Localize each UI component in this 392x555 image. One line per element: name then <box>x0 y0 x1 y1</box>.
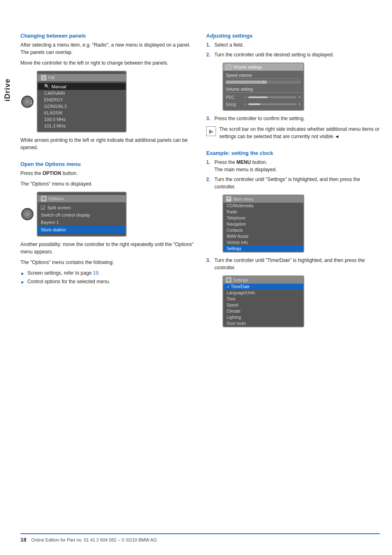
scroll-indicator-text: The scroll bar on the right side indicat… <box>219 125 380 140</box>
options-bullets: ► Screen settings, refer to page 19. ► C… <box>20 269 194 285</box>
arrow-indicator-fm: ↓ <box>29 97 33 106</box>
menu-bmw-assist: BMW Assist <box>223 233 303 239</box>
clock-step-1: 1. Press the MENU button.The main menu i… <box>206 159 380 173</box>
controller-knob-options <box>21 208 33 220</box>
vol-pdc-row: PDC − + <box>226 94 301 100</box>
settings-language: Language/Units <box>223 290 303 296</box>
options-row-split: ✓ Split screen <box>38 204 126 211</box>
para-changing-1: After selecting a menu item, e.g. "Radio… <box>20 41 194 56</box>
options-screen: ⚙ Options ✓ Split screen Switch off cont… <box>37 192 127 237</box>
pdc-minus: − <box>244 94 247 100</box>
settings-climate: Climate <box>223 308 303 314</box>
step-num-2: 2. <box>206 51 212 58</box>
fm-screen-wrapper: ↓ ♪ FM 🔍 Manual CARIVARI ENERGY GONG96.3… <box>37 71 194 132</box>
clock-step-num-1: 1. <box>206 159 212 173</box>
options-screen-header: ⚙ Options <box>38 195 126 202</box>
settings-title: Settings <box>233 278 248 282</box>
menu-bold: MENU <box>236 159 251 165</box>
menu-navigation: Navigation <box>223 221 303 227</box>
fm-row-carivari: CARIVARI <box>38 90 126 96</box>
settings-doorlocks: Door locks <box>223 320 303 327</box>
section-heading-changing: Changing between panels <box>20 33 194 39</box>
clock-step-num-3: 3. <box>206 257 212 271</box>
adjust-step-1: 1. Select a field. <box>206 41 380 49</box>
options-row-switch: Switch off control display <box>38 211 126 219</box>
bullet-screen-settings: ► Screen settings, refer to page 19. <box>20 269 194 277</box>
settings-timedate: ✓ Time/Date <box>223 284 303 290</box>
vol-gong-row: Gong − + <box>226 101 301 107</box>
options-icon: ⚙ <box>41 196 47 201</box>
section-changing-panels: Changing between panels After selecting … <box>20 33 194 151</box>
bullet-arrow-1: ► <box>20 270 25 277</box>
left-column: Changing between panels After selecting … <box>20 33 194 331</box>
clock-step-3: 3. Turn the controller until "Time/Date"… <box>206 257 380 271</box>
pdc-bar <box>248 96 296 98</box>
step-text-1: Select a field. <box>214 41 244 49</box>
settings-icon: ⚙ <box>226 277 232 283</box>
options-screen-wrapper: ⚙ Options ✓ Split screen Switch off cont… <box>37 192 194 237</box>
clock-step-text-3: Turn the controller until "Time/Date" is… <box>214 257 380 271</box>
menu-cd: CD/Multimedia <box>223 203 303 209</box>
gong-plus: + <box>298 101 301 107</box>
search-icon-fm: 🔍 <box>44 84 50 89</box>
footer-text: Online Edition for Part no. 01 41 2 604 … <box>31 537 157 542</box>
fm-row-manual: 🔍 Manual <box>38 83 126 90</box>
menu-contacts: Contacts <box>223 227 303 233</box>
settings-tone: Tone <box>223 296 303 302</box>
clock-step-num-2: 2. <box>206 176 212 190</box>
vol-setting-label: Volume setting: <box>226 86 301 93</box>
para-options-2: The "Options" menu is displayed. <box>20 180 194 188</box>
fm-screen-header: ♪ FM <box>38 74 126 81</box>
scroll-box-icon: ▶ <box>206 126 216 136</box>
bullet-text-2: Control options for the selected menu. <box>27 278 110 285</box>
section-heading-clock: Example: setting the clock <box>206 150 380 156</box>
option-bold: OPTION <box>42 170 61 176</box>
menu-vehicle-info: Vehicle Info <box>223 239 303 246</box>
scroll-indicator: ▶ The scroll bar on the right side indic… <box>206 125 380 140</box>
gong-bar <box>248 103 296 105</box>
bullet-text-1: Screen settings, refer to page 19. <box>27 269 100 277</box>
fm-icon: ♪ <box>41 75 47 81</box>
settings-lighting: Lighting <box>223 314 303 320</box>
sidebar-text: iDrive <box>3 78 12 101</box>
page-link-19[interactable]: 19 <box>93 270 98 276</box>
para-options-1: Press the OPTION button. <box>20 170 194 177</box>
speed-vol-bar <box>226 81 301 84</box>
option-suffix: button. <box>62 170 78 176</box>
clock-step-text-1: Press the MENU button.The main menu is d… <box>214 159 277 173</box>
caption-panels: White arrows pointing to the left or rig… <box>20 137 194 151</box>
step-num-1: 1. <box>206 41 212 49</box>
fm-row-100: 100.0 MHz <box>38 116 126 123</box>
pdc-plus: + <box>298 94 301 100</box>
clock-step-text-2: Turn the controller until "Settings" is … <box>214 176 380 190</box>
adjust-step-2: 2. Turn the controller until the desired… <box>206 51 380 58</box>
options-header-text: Options <box>48 196 64 201</box>
sidebar-label: iDrive <box>0 49 15 131</box>
vol-speed-title: Speed volume <box>226 72 301 79</box>
menu-settings: Settings <box>223 246 303 252</box>
section-adjusting: Adjusting settings 1. Select a field. 2.… <box>206 33 380 140</box>
vol-icon: ♪ <box>226 64 232 70</box>
step-text-3: Press the controller to confirm the sett… <box>214 115 305 122</box>
page-footer: 18 Online Edition for Part no. 01 41 2 6… <box>20 533 380 543</box>
pdc-label: PDC <box>226 95 242 100</box>
checkbox-split: ✓ <box>41 206 45 210</box>
vol-header-text: Volume settings <box>233 65 262 69</box>
gong-fill <box>248 103 260 105</box>
fm-row-energy: ENERGY <box>38 96 126 103</box>
section-options-menu: Open the Options menu Press the OPTION b… <box>20 161 194 285</box>
section-heading-adjusting: Adjusting settings <box>206 33 380 39</box>
section-heading-options: Open the Options menu <box>20 161 194 167</box>
main-menu-title: Main menu <box>233 197 253 201</box>
step-num-3: 3. <box>206 115 212 122</box>
fm-screen: ♪ FM 🔍 Manual CARIVARI ENERGY GONG96.3 K… <box>37 71 127 132</box>
pdc-fill <box>248 96 267 98</box>
settings-header: ⚙ Settings <box>223 276 303 284</box>
clock-step-2: 2. Turn the controller until "Settings" … <box>206 176 380 190</box>
fm-header-text: FM <box>48 75 55 80</box>
fm-row-gong: GONG96.3 <box>38 103 126 110</box>
section-clock-example: Example: setting the clock 1. Press the … <box>206 150 380 327</box>
menu-radio: Radio <box>223 209 303 215</box>
settings-speed: Speed <box>223 302 303 308</box>
volume-screen: ♪ Volume settings Speed volume Volume se… <box>223 63 304 111</box>
